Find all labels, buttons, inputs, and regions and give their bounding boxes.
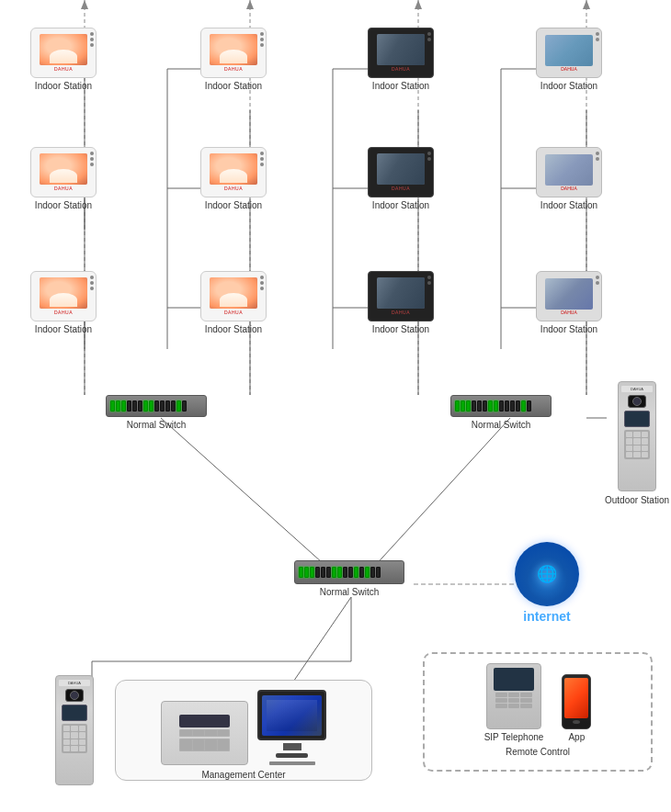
switch-label-right: Normal Switch — [472, 420, 530, 430]
sip-phone-group: SIP Telephone — [484, 663, 544, 742]
dahua-logo-7: DAHUA — [392, 186, 410, 191]
outdoor-camera-right — [628, 395, 646, 408]
dahua-logo-12: DAHUA — [561, 310, 577, 315]
indoor-device-6: DAHUA — [200, 147, 267, 197]
side-icons — [90, 32, 94, 47]
app-home — [573, 720, 580, 724]
cloud-icon: 🌐 — [515, 542, 579, 606]
outdoor-station-bottom: DAHUA — [55, 675, 94, 785]
svg-marker-3 — [246, 0, 254, 9]
management-center-label: Management Center — [201, 770, 285, 780]
mgmt-screen — [179, 715, 230, 727]
station-label-11: Indoor Station — [372, 324, 429, 334]
station-label-3: Indoor Station — [372, 81, 429, 91]
indoor-device-white: DAHUA — [30, 28, 97, 78]
screen-white-2 — [210, 34, 257, 65]
indoor-device-white-2: DAHUA — [200, 28, 267, 78]
mgmt-keys-row2 — [179, 739, 230, 751]
center-normal-switch: Normal Switch — [294, 560, 404, 597]
screen-9 — [40, 277, 87, 309]
sip-keypad — [495, 693, 532, 708]
remote-control-box: SIP Telephone App Remote Control — [423, 652, 653, 772]
sip-screen — [494, 668, 534, 691]
dahua-logo: DAHUA — [54, 66, 73, 72]
indoor-station-9: DAHUA Indoor Station — [30, 271, 97, 334]
dahua-logo-8: DAHUA — [561, 186, 577, 191]
screen-10 — [210, 277, 257, 309]
outdoor-keypad-bottom — [62, 724, 87, 753]
dahua-logo-2: DAHUA — [224, 66, 243, 72]
outdoor-station-right: DAHUA Outdoor Station — [605, 381, 669, 505]
screen-black-3 — [377, 34, 425, 65]
side-icons-4 — [596, 32, 599, 41]
side-icons-11 — [427, 276, 431, 285]
app-label: App — [568, 732, 585, 742]
indoor-device-5: DAHUA — [30, 147, 97, 197]
screen-5 — [40, 153, 87, 185]
diagram-container: DAHUA Indoor Station DAHUA Indoor Statio… — [0, 0, 671, 812]
side-icons-10 — [260, 276, 264, 290]
right-normal-switch: Normal Switch — [450, 395, 552, 430]
cloud-icon-text: 🌐 — [537, 564, 557, 584]
screen-white — [40, 34, 87, 65]
dahua-logo-5: DAHUA — [54, 186, 73, 191]
outdoor-device-right: DAHUA — [618, 381, 656, 491]
indoor-device-9: DAHUA — [30, 271, 97, 321]
remote-control-label: Remote Control — [506, 747, 570, 757]
switch-device-right — [450, 395, 552, 417]
svg-line-28 — [363, 418, 510, 579]
switch-device-center — [294, 560, 404, 584]
left-normal-switch: Normal Switch — [106, 395, 207, 430]
screen-6 — [210, 153, 257, 185]
indoor-station-3: DAHUA Indoor Station — [368, 28, 434, 91]
indoor-device-8: DAHUA — [536, 147, 602, 197]
indoor-station-7: DAHUA Indoor Station — [368, 147, 434, 210]
outdoor-keypad-right — [624, 430, 650, 459]
mgmt-monitor-screen — [262, 695, 322, 736]
sip-telephone-label: SIP Telephone — [484, 732, 544, 742]
station-label-5: Indoor Station — [35, 200, 92, 210]
indoor-station-5: DAHUA Indoor Station — [30, 147, 97, 210]
screen-4 — [545, 35, 593, 66]
indoor-station-1: DAHUA Indoor Station — [30, 28, 97, 91]
indoor-device-11: DAHUA — [368, 271, 434, 321]
screen-8 — [545, 154, 593, 186]
dahua-logo-3: DAHUA — [392, 66, 410, 72]
indoor-device-10: DAHUA — [200, 271, 267, 321]
mgmt-desktop — [257, 690, 326, 765]
mgmt-devices — [161, 690, 326, 765]
station-label-2: Indoor Station — [205, 81, 262, 91]
management-center-box: Management Center — [115, 680, 372, 781]
station-label-10: Indoor Station — [205, 324, 262, 334]
screen-7 — [377, 153, 425, 185]
side-icons-8 — [596, 152, 599, 161]
mgmt-monitor-base — [276, 753, 308, 758]
mgmt-phone-inner — [179, 715, 230, 751]
indoor-station-2: DAHUA Indoor Station — [200, 28, 267, 91]
dahua-logo-4: DAHUA — [561, 66, 577, 72]
side-icons-12 — [596, 276, 599, 285]
outdoor-label-right: Outdoor Station — [605, 495, 669, 505]
station-label-8: Indoor Station — [540, 200, 597, 210]
outdoor-camera-bottom — [65, 689, 84, 702]
indoor-station-4: DAHUA Indoor Station — [536, 28, 602, 91]
outdoor-logo-right: DAHUA — [621, 386, 653, 392]
svg-marker-7 — [583, 0, 590, 9]
remote-devices: SIP Telephone App — [484, 663, 592, 742]
mgmt-phone — [161, 701, 248, 765]
outdoor-device-bottom: DAHUA — [55, 675, 94, 785]
indoor-station-12: DAHUA Indoor Station — [536, 271, 602, 334]
station-label-9: Indoor Station — [35, 324, 92, 334]
station-label-1: Indoor Station — [35, 81, 92, 91]
station-label-6: Indoor Station — [205, 200, 262, 210]
switch-device-left — [106, 395, 207, 417]
dahua-logo-6: DAHUA — [224, 186, 243, 191]
outdoor-screen-right — [624, 411, 650, 427]
side-icons-2 — [260, 32, 264, 47]
indoor-device-black-3: DAHUA — [368, 28, 434, 78]
svg-line-17 — [161, 418, 340, 579]
indoor-station-8: DAHUA Indoor Station — [536, 147, 602, 210]
dahua-logo-10: DAHUA — [224, 310, 243, 315]
app-group: App — [562, 674, 591, 742]
svg-marker-5 — [415, 0, 422, 9]
